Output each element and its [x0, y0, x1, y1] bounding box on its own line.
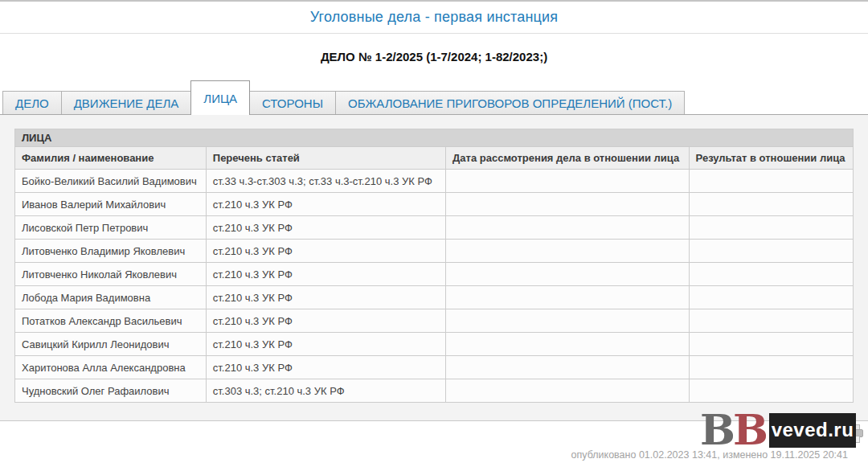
- table-row: Лобода Мария Вадимовна ст.210 ч.3 УК РФ: [15, 286, 854, 309]
- cell-result: [689, 333, 853, 356]
- cell-articles: ст.210 ч.3 УК РФ: [206, 240, 445, 263]
- cell-date: [446, 356, 689, 379]
- cell-articles: ст.210 ч.3 УК РФ: [206, 193, 445, 216]
- cell-articles: ст.210 ч.3 УК РФ: [206, 309, 445, 333]
- cell-date: [446, 286, 689, 309]
- cell-result: [689, 309, 853, 333]
- cell-date: [446, 193, 689, 216]
- table-caption: ЛИЦА: [15, 129, 854, 147]
- case-number-band: ДЕЛО № 1-2/2025 (1-7/2024; 1-82/2023;): [0, 34, 868, 80]
- cell-date: [446, 216, 689, 240]
- tab-litsa-label: ЛИЦА: [203, 92, 237, 105]
- table-header-row: Фамилия / наименование Перечень статей Д…: [15, 147, 854, 170]
- veved-watermark: B B veved.ru: [700, 411, 856, 449]
- cell-name: Бойко-Великий Василий Вадимович: [15, 170, 207, 193]
- col-header-name: Фамилия / наименование: [15, 147, 207, 170]
- cell-date: [446, 309, 689, 333]
- col-header-articles: Перечень статей: [206, 147, 445, 170]
- cell-result: [689, 193, 853, 216]
- cell-name: Потатков Александр Васильевич: [15, 309, 207, 333]
- cell-name: Харитонова Алла Александровна: [15, 356, 207, 379]
- table-row: Бойко-Великий Василий Вадимович ст.33 ч.…: [15, 170, 854, 193]
- table-row: Литовченко Владимир Яковлевич ст.210 ч.3…: [15, 240, 854, 263]
- cell-articles: ст.303 ч.3; ст.210 ч.3 УК РФ: [206, 379, 445, 403]
- watermark-site-box: veved.ru: [769, 413, 856, 448]
- cell-articles: ст.210 ч.3 УК РФ: [206, 263, 445, 286]
- watermark-letter-b1: B: [700, 411, 735, 449]
- cell-articles: ст.33 ч.3-ст.303 ч.3; ст.33 ч.3-ст.210 ч…: [206, 170, 445, 193]
- case-number: ДЕЛО № 1-2/2025 (1-7/2024; 1-82/2023;): [321, 50, 547, 63]
- cell-name: Литовченко Владимир Яковлевич: [15, 240, 207, 263]
- cell-result: [689, 379, 853, 403]
- cell-date: [446, 379, 689, 403]
- tab-delo[interactable]: ДЕЛО: [2, 91, 62, 114]
- tab-storony[interactable]: СТОРОНЫ: [249, 91, 336, 114]
- cell-date: [446, 170, 689, 193]
- table-row: Лисовской Петр Петрович ст.210 ч.3 УК РФ: [15, 216, 854, 240]
- watermark-site-label: veved.ru: [772, 419, 854, 441]
- table-row: Литовченко Николай Яковлевич ст.210 ч.3 …: [15, 263, 854, 286]
- tab-litsa[interactable]: ЛИЦА: [190, 80, 250, 115]
- table-row: Савицкий Кирилл Леонидович ст.210 ч.3 УК…: [15, 333, 854, 356]
- cell-result: [689, 356, 853, 379]
- litsa-tab-panel: ЛИЦА Фамилия / наименование Перечень ста…: [0, 114, 868, 421]
- cell-date: [446, 333, 689, 356]
- cell-articles: ст.210 ч.3 УК РФ: [206, 286, 445, 309]
- table-row: Чудновский Олег Рафаилович ст.303 ч.3; с…: [15, 379, 854, 403]
- watermark-letter-b2: B: [733, 411, 768, 449]
- tab-obzhalovanie[interactable]: ОБЖАЛОВАНИЕ ПРИГОВОРОВ ОПРЕДЕЛЕНИЙ (ПОСТ…: [335, 91, 685, 114]
- cell-result: [689, 263, 853, 286]
- cell-articles: ст.210 ч.3 УК РФ: [206, 356, 445, 379]
- cell-result: [689, 286, 853, 309]
- cell-name: Чудновский Олег Рафаилович: [15, 379, 207, 403]
- cell-result: [689, 240, 853, 263]
- cell-name: Литовченко Николай Яковлевич: [15, 263, 207, 286]
- page-title: Уголовные дела - первая инстанция: [310, 9, 559, 26]
- tab-obzhalovanie-label: ОБЖАЛОВАНИЕ ПРИГОВОРОВ ОПРЕДЕЛЕНИЙ (ПОСТ…: [348, 96, 672, 110]
- cell-result: [689, 170, 853, 193]
- col-header-date: Дата рассмотрения дела в отношении лица: [446, 147, 689, 170]
- cell-name: Савицкий Кирилл Леонидович: [15, 333, 207, 356]
- cell-date: [446, 240, 689, 263]
- cell-name: Иванов Валерий Михайлович: [15, 193, 207, 216]
- table-row: Харитонова Алла Александровна ст.210 ч.3…: [15, 356, 854, 379]
- page-header: Уголовные дела - первая инстанция: [0, 0, 868, 34]
- table-row: Потатков Александр Васильевич ст.210 ч.3…: [15, 309, 854, 333]
- tab-storony-label: СТОРОНЫ: [262, 96, 323, 110]
- cell-name: Лобода Мария Вадимовна: [15, 286, 207, 309]
- tab-bar: ДЕЛО ДВИЖЕНИЕ ДЕЛА ЛИЦА СТОРОНЫ ОБЖАЛОВА…: [0, 80, 868, 114]
- cell-articles: ст.210 ч.3 УК РФ: [206, 333, 445, 356]
- table-caption-row: ЛИЦА: [15, 129, 854, 147]
- tab-dvizhenie-dela-label: ДВИЖЕНИЕ ДЕЛА: [74, 96, 179, 110]
- table-row: Иванов Валерий Михайлович ст.210 ч.3 УК …: [15, 193, 854, 216]
- footer: опубликовано 01.02.2023 13:41, изменено …: [0, 421, 868, 466]
- cell-date: [446, 263, 689, 286]
- cell-result: [689, 216, 853, 240]
- cell-articles: ст.210 ч.3 УК РФ: [206, 216, 445, 240]
- cell-name: Лисовской Петр Петрович: [15, 216, 207, 240]
- persons-table: ЛИЦА Фамилия / наименование Перечень ста…: [14, 129, 854, 403]
- tab-dvizhenie-dela[interactable]: ДВИЖЕНИЕ ДЕЛА: [61, 91, 192, 114]
- tab-delo-label: ДЕЛО: [15, 96, 49, 110]
- col-header-result: Результат в отношении лица: [689, 147, 853, 170]
